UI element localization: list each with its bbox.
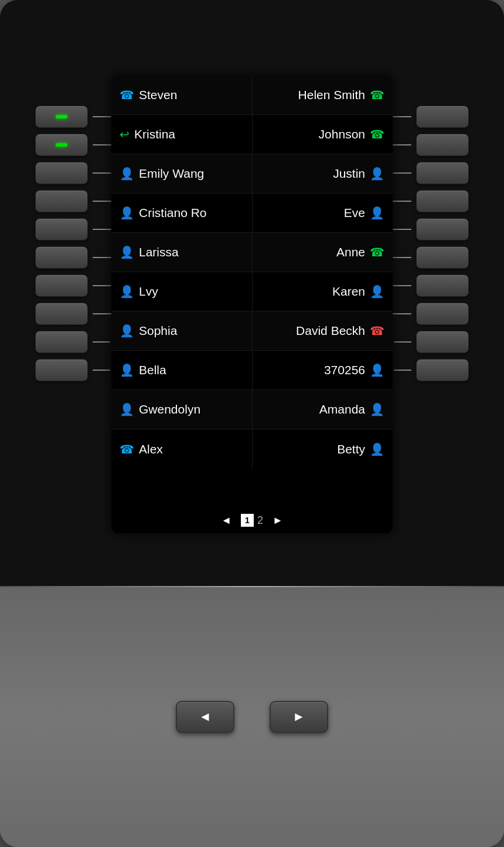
right-btn-3[interactable] bbox=[416, 162, 469, 184]
left-btn-3[interactable] bbox=[35, 162, 88, 184]
contact-row-9[interactable]: 👤 Gwendolyn Amanda 👤 bbox=[111, 390, 393, 429]
page-2-indicator[interactable]: 2 bbox=[257, 514, 263, 527]
pagination-bar: ◄ 1 2 ► bbox=[111, 507, 393, 533]
right-btn-10[interactable] bbox=[416, 359, 469, 381]
left-btn-7[interactable] bbox=[35, 275, 88, 297]
right-btn-7[interactable] bbox=[416, 275, 469, 297]
left-btn-10[interactable] bbox=[35, 359, 88, 381]
larissa-icon: 👤 bbox=[120, 245, 134, 259]
left-cell-6: 👤 Lvy bbox=[111, 272, 252, 311]
right-cell-9: Amanda 👤 bbox=[252, 390, 393, 429]
johnson-icon: ☎ bbox=[370, 127, 384, 141]
davidbeckh-name: David Beckh bbox=[296, 324, 365, 338]
contact-row-1[interactable]: ☎ Steven Helen Smith ☎ bbox=[111, 76, 393, 115]
left-cell-3: 👤 Emily Wang bbox=[111, 154, 252, 193]
right-btn-row-3 bbox=[388, 162, 469, 184]
left-btn-4[interactable] bbox=[35, 190, 88, 212]
left-cell-9: 👤 Gwendolyn bbox=[111, 390, 252, 429]
contact-row-5[interactable]: 👤 Larissa Anne ☎ bbox=[111, 233, 393, 272]
amanda-icon: 👤 bbox=[370, 402, 384, 416]
right-btn-8[interactable] bbox=[416, 303, 469, 325]
left-btn-8[interactable] bbox=[35, 303, 88, 325]
right-btn-row-1 bbox=[388, 106, 469, 128]
left-btn-6[interactable] bbox=[35, 246, 88, 269]
gwendolyn-icon: 👤 bbox=[120, 402, 134, 416]
left-btn-row-3 bbox=[35, 162, 116, 184]
larissa-name: Larissa bbox=[139, 245, 179, 259]
emilywang-icon: 👤 bbox=[120, 167, 134, 181]
right-btn-row-5 bbox=[388, 218, 469, 240]
right-cell-1: Helen Smith ☎ bbox=[252, 76, 393, 114]
lvy-icon: 👤 bbox=[120, 284, 134, 299]
left-cell-4: 👤 Cristiano Ro bbox=[111, 194, 252, 232]
helen-icon: ☎ bbox=[370, 88, 384, 102]
contact-row-2[interactable]: ↩ Kristina Johnson ☎ bbox=[111, 115, 393, 154]
sophia-icon: 👤 bbox=[120, 324, 134, 338]
right-btn-5[interactable] bbox=[416, 218, 469, 240]
next-arrow-icon: ► bbox=[292, 709, 305, 724]
right-btn-9[interactable] bbox=[416, 331, 469, 353]
left-btn-row-9 bbox=[35, 331, 116, 353]
screen-content: ☎ Steven Helen Smith ☎ ↩ Kristina bbox=[111, 76, 393, 533]
right-cell-7: David Beckh ☎ bbox=[252, 311, 393, 350]
left-cell-7: 👤 Sophia bbox=[111, 311, 252, 350]
betty-icon: 👤 bbox=[370, 442, 384, 456]
right-btn-row-8 bbox=[388, 303, 469, 325]
kristina-icon: ↩ bbox=[120, 127, 130, 141]
prev-button[interactable]: ◄ bbox=[176, 701, 234, 733]
page-1-indicator[interactable]: 1 bbox=[241, 514, 254, 527]
justin-name: Justin bbox=[333, 167, 365, 181]
left-btn-row-4 bbox=[35, 190, 116, 212]
right-btn-2[interactable] bbox=[416, 134, 469, 156]
right-btn-6[interactable] bbox=[416, 246, 469, 269]
right-buttons-panel bbox=[388, 106, 469, 381]
left-btn-9[interactable] bbox=[35, 331, 88, 353]
right-cell-2: Johnson ☎ bbox=[252, 115, 393, 154]
left-btn-row-8 bbox=[35, 303, 116, 325]
contact-row-3[interactable]: 👤 Emily Wang Justin 👤 bbox=[111, 154, 393, 194]
right-connector-9 bbox=[394, 341, 411, 343]
bella-name: Bella bbox=[139, 363, 166, 377]
right-btn-1[interactable] bbox=[416, 106, 469, 128]
steven-icon: ☎ bbox=[120, 88, 134, 102]
left-cell-5: 👤 Larissa bbox=[111, 233, 252, 272]
karen-icon: 👤 bbox=[370, 284, 384, 299]
alex-icon: ☎ bbox=[120, 442, 134, 456]
right-btn-row-6 bbox=[388, 246, 469, 269]
right-btn-row-4 bbox=[388, 190, 469, 212]
page-prev-arrow[interactable]: ◄ bbox=[221, 514, 231, 527]
right-connector-10 bbox=[394, 370, 411, 371]
emilywang-name: Emily Wang bbox=[139, 167, 204, 181]
screen-area: ☎ Steven Helen Smith ☎ ↩ Kristina bbox=[0, 0, 504, 586]
contact-row-8[interactable]: 👤 Bella 370256 👤 bbox=[111, 351, 393, 390]
contact-row-10[interactable]: ☎ Alex Betty 👤 bbox=[111, 429, 393, 469]
left-btn-row-1 bbox=[35, 106, 116, 128]
left-cell-8: 👤 Bella bbox=[111, 351, 252, 389]
right-cell-8: 370256 👤 bbox=[252, 351, 393, 389]
left-cell-10: ☎ Alex bbox=[111, 429, 252, 469]
right-btn-4[interactable] bbox=[416, 190, 469, 212]
left-btn-row-10 bbox=[35, 359, 116, 381]
next-button[interactable]: ► bbox=[270, 701, 328, 733]
right-cell-6: Karen 👤 bbox=[252, 272, 393, 311]
left-btn-row-7 bbox=[35, 275, 116, 297]
contact-row-6[interactable]: 👤 Lvy Karen 👤 bbox=[111, 272, 393, 311]
betty-name: Betty bbox=[337, 442, 365, 456]
right-btn-row-7 bbox=[388, 275, 469, 297]
left-buttons-panel bbox=[35, 106, 116, 381]
right-cell-3: Justin 👤 bbox=[252, 154, 393, 193]
left-btn-5[interactable] bbox=[35, 218, 88, 240]
page-next-arrow[interactable]: ► bbox=[273, 514, 283, 527]
johnson-name: Johnson bbox=[319, 127, 365, 141]
contact-row-7[interactable]: 👤 Sophia David Beckh ☎ bbox=[111, 311, 393, 351]
davidbeckh-icon: ☎ bbox=[370, 324, 384, 338]
cristiano-icon: 👤 bbox=[120, 206, 134, 220]
left-cell-1: ☎ Steven bbox=[111, 76, 252, 114]
helen-name: Helen Smith bbox=[298, 88, 365, 102]
sophia-name: Sophia bbox=[139, 324, 177, 338]
right-cell-10: Betty 👤 bbox=[252, 429, 393, 469]
left-btn-1[interactable] bbox=[35, 106, 88, 128]
device: ☎ Steven Helen Smith ☎ ↩ Kristina bbox=[0, 0, 504, 847]
left-btn-2[interactable] bbox=[35, 134, 88, 156]
contact-row-4[interactable]: 👤 Cristiano Ro Eve 👤 bbox=[111, 194, 393, 233]
